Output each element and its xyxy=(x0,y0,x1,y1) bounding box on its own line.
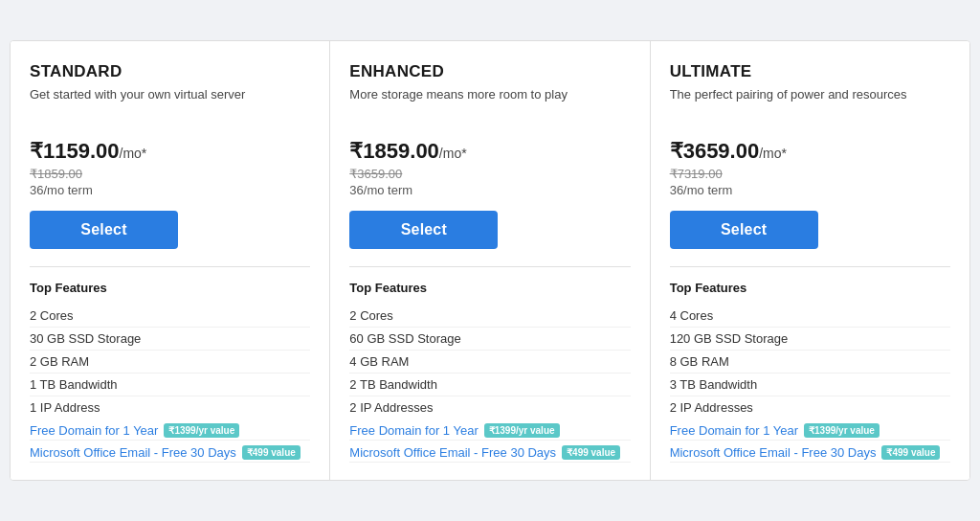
plan-card-ultimate: ULTIMATEThe perfect pairing of power and… xyxy=(651,41,969,480)
bonus-text-enhanced-1: Microsoft Office Email - Free 30 Days xyxy=(349,445,556,460)
divider-ultimate xyxy=(670,266,950,267)
plan-price-value-standard: ₹1159.00 xyxy=(30,139,120,163)
plan-price-ultimate: ₹3659.00/mo* xyxy=(670,134,950,163)
bonus-badge-ultimate-1: ₹499 value xyxy=(881,445,940,460)
bonus-item-enhanced-1[interactable]: Microsoft Office Email - Free 30 Days₹49… xyxy=(349,441,630,463)
bonus-badge-standard-0: ₹1399/yr value xyxy=(164,423,239,438)
bonus-text-standard-0: Free Domain for 1 Year xyxy=(30,423,158,438)
bonus-badge-enhanced-0: ₹1399/yr value xyxy=(484,423,560,438)
bonus-text-standard-1: Microsoft Office Email - Free 30 Days xyxy=(30,445,236,460)
feature-item-standard-2: 2 GB RAM xyxy=(30,351,310,374)
feature-item-enhanced-1: 60 GB SSD Storage xyxy=(349,328,630,351)
feature-item-ultimate-3: 3 TB Bandwidth xyxy=(670,374,950,396)
feature-item-ultimate-2: 8 GB RAM xyxy=(670,351,950,374)
feature-item-ultimate-1: 120 GB SSD Storage xyxy=(670,328,950,351)
select-button-enhanced[interactable]: Select xyxy=(349,211,498,249)
plan-tagline-ultimate: The perfect pairing of power and resourc… xyxy=(670,86,950,121)
plan-original-price-standard: ₹1859.00 xyxy=(30,167,310,181)
features-label-standard: Top Features xyxy=(30,281,310,295)
plan-price-value-ultimate: ₹3659.00 xyxy=(670,139,760,163)
plan-original-price-enhanced: ₹3659.00 xyxy=(349,167,630,181)
select-button-standard[interactable]: Select xyxy=(30,211,178,249)
select-button-ultimate[interactable]: Select xyxy=(670,211,818,249)
feature-item-enhanced-4: 2 IP Addresses xyxy=(349,396,630,419)
bonus-item-enhanced-0[interactable]: Free Domain for 1 Year₹1399/yr value xyxy=(349,419,630,441)
feature-item-ultimate-0: 4 Cores xyxy=(670,305,950,328)
plan-tagline-standard: Get started with your own virtual server xyxy=(30,86,310,121)
bonus-item-ultimate-1[interactable]: Microsoft Office Email - Free 30 Days₹49… xyxy=(670,441,950,463)
bonus-text-ultimate-0: Free Domain for 1 Year xyxy=(670,423,798,438)
plan-card-enhanced: ENHANCEDMore storage means more room to … xyxy=(330,41,650,480)
plan-price-standard: ₹1159.00/mo* xyxy=(30,134,310,163)
plan-card-standard: STANDARDGet started with your own virtua… xyxy=(11,41,330,480)
plan-per-mo-enhanced: /mo* xyxy=(439,146,467,161)
bonus-item-standard-1[interactable]: Microsoft Office Email - Free 30 Days₹49… xyxy=(30,441,310,463)
feature-item-standard-1: 30 GB SSD Storage xyxy=(30,328,310,351)
plan-name-ultimate: ULTIMATE xyxy=(670,62,950,81)
bonus-badge-ultimate-0: ₹1399/yr value xyxy=(804,423,880,438)
plan-per-mo-ultimate: /mo* xyxy=(759,146,787,161)
plan-original-price-ultimate: ₹7319.00 xyxy=(670,167,950,181)
plan-name-enhanced: ENHANCED xyxy=(349,62,630,81)
divider-standard xyxy=(30,266,310,267)
feature-item-ultimate-4: 2 IP Addresses xyxy=(670,396,950,419)
feature-item-enhanced-0: 2 Cores xyxy=(349,305,630,328)
bonus-item-ultimate-0[interactable]: Free Domain for 1 Year₹1399/yr value xyxy=(670,419,950,441)
plan-per-mo-standard: /mo* xyxy=(120,146,147,161)
divider-enhanced xyxy=(349,266,630,267)
feature-item-enhanced-3: 2 TB Bandwidth xyxy=(349,374,630,396)
bonus-item-standard-0[interactable]: Free Domain for 1 Year₹1399/yr value xyxy=(30,419,310,441)
bonus-text-enhanced-0: Free Domain for 1 Year xyxy=(349,423,478,438)
plan-term-standard: 36/mo term xyxy=(30,183,310,197)
bonus-text-ultimate-1: Microsoft Office Email - Free 30 Days xyxy=(670,445,877,460)
bonus-badge-enhanced-1: ₹499 value xyxy=(562,445,620,460)
plan-name-standard: STANDARD xyxy=(30,62,310,81)
plan-tagline-enhanced: More storage means more room to play xyxy=(349,86,630,121)
feature-item-enhanced-2: 4 GB RAM xyxy=(349,351,630,374)
plan-term-ultimate: 36/mo term xyxy=(670,183,950,197)
plan-price-enhanced: ₹1859.00/mo* xyxy=(349,134,630,163)
plan-term-enhanced: 36/mo term xyxy=(349,183,630,197)
feature-item-standard-3: 1 TB Bandwidth xyxy=(30,374,310,396)
bonus-badge-standard-1: ₹499 value xyxy=(242,445,301,460)
feature-item-standard-0: 2 Cores xyxy=(30,305,310,328)
features-label-enhanced: Top Features xyxy=(349,281,630,295)
features-label-ultimate: Top Features xyxy=(670,281,950,295)
feature-item-standard-4: 1 IP Address xyxy=(30,396,310,419)
plan-price-value-enhanced: ₹1859.00 xyxy=(349,139,439,163)
plans-container: STANDARDGet started with your own virtua… xyxy=(10,40,970,481)
